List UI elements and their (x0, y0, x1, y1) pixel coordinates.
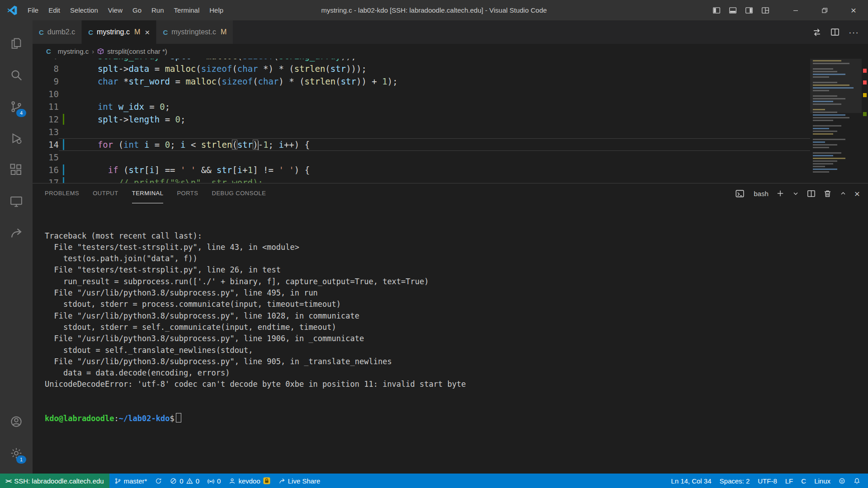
search-icon[interactable] (5, 59, 27, 91)
open-changes-icon[interactable] (812, 28, 821, 37)
tab-mystringtestc[interactable]: C mystringtest.c M (156, 20, 233, 44)
settings-gear-icon[interactable]: 1 (5, 437, 27, 469)
more-actions-icon[interactable]: ··· (849, 27, 859, 38)
menu-go[interactable]: Go (127, 0, 146, 20)
shell-name[interactable]: bash (754, 190, 769, 197)
git-branch-indicator[interactable]: master* (110, 474, 151, 488)
panel-tab-problems[interactable]: PROBLEMS (45, 183, 79, 203)
kill-terminal-icon[interactable] (823, 189, 832, 198)
code-editor[interactable]: 7 string_array *splt = malloc(sizeof(str… (33, 59, 868, 183)
close-window-button[interactable]: × (839, 0, 868, 20)
code-line[interactable]: 8 splt->data = malloc(sizeof(char *) * (… (33, 62, 810, 75)
problems-indicator[interactable]: 0 0 (166, 474, 203, 488)
menu-selection[interactable]: Selection (65, 0, 103, 20)
ports-indicator[interactable]: 0 (203, 474, 225, 488)
line-number[interactable]: 13 (33, 126, 59, 138)
maximize-panel-icon[interactable] (840, 190, 847, 197)
close-tab-icon[interactable]: × (145, 28, 150, 37)
line-content: char *str_word = malloc(sizeof(char) * (… (59, 75, 810, 88)
line-content: string_array *splt = malloc(sizeof(strin… (59, 59, 810, 62)
code-line[interactable]: 7 string_array *splt = malloc(sizeof(str… (33, 59, 810, 62)
toggle-sidebar-icon[interactable] (712, 6, 721, 14)
panel-tab-output[interactable]: OUTPUT (93, 183, 118, 203)
menu-terminal[interactable]: Terminal (169, 0, 205, 20)
tab-mystringc[interactable]: C mystring.c M × (82, 20, 156, 44)
toggle-secondary-sidebar-icon[interactable] (745, 6, 753, 14)
notifications-button[interactable] (849, 474, 864, 488)
overview-ruler-mark (863, 112, 867, 116)
sync-button[interactable] (151, 474, 166, 488)
code-line[interactable]: 11 int w_idx = 0; (33, 100, 810, 113)
line-number[interactable]: 16 (33, 164, 59, 176)
indentation-indicator[interactable]: Spaces: 2 (716, 474, 754, 488)
feedback-button[interactable] (835, 474, 849, 488)
menu-file[interactable]: File (23, 0, 43, 20)
line-number[interactable]: 14 (33, 138, 59, 151)
breadcrumb-symbol[interactable]: strsplit(const char *) (107, 47, 167, 55)
line-number[interactable]: 7 (33, 59, 59, 62)
code-line[interactable]: 14 for (int i = 0; i < strlen(str)-1; i+… (33, 138, 810, 151)
git-modified-badge: M (134, 28, 140, 36)
code-line[interactable]: 9 char *str_word = malloc(sizeof(char) *… (33, 75, 810, 88)
explorer-icon[interactable] (5, 28, 27, 59)
line-number[interactable]: 11 (33, 100, 59, 113)
code-line[interactable]: 12 splt->length = 0; (33, 113, 810, 126)
minimap-line (813, 158, 845, 159)
customize-layout-icon[interactable] (761, 6, 769, 14)
live-share-icon[interactable] (5, 217, 27, 249)
extensions-icon[interactable] (5, 154, 27, 186)
new-terminal-icon[interactable] (776, 189, 784, 197)
cursor-position[interactable]: Ln 14, Col 34 (667, 474, 715, 488)
terminal-line: File "testers/test-strsplit.py", line 43… (45, 242, 868, 253)
close-panel-icon[interactable]: × (854, 189, 860, 198)
restore-button[interactable] (810, 0, 839, 20)
code-line[interactable]: 10 (33, 88, 810, 100)
overview-ruler[interactable] (862, 59, 868, 183)
terminal-prompt[interactable]: kdo@labradoodle:~/lab02-kdo$ (45, 413, 868, 424)
line-number[interactable]: 17 (33, 176, 59, 183)
terminal[interactable]: Traceback (most recent call last): File … (33, 203, 868, 474)
account-indicator[interactable]: kevdoo (225, 474, 274, 488)
tab-dumb2c[interactable]: C dumb2.c (33, 20, 82, 44)
menu-edit[interactable]: Edit (43, 0, 65, 20)
minimap[interactable] (810, 59, 862, 183)
language-mode[interactable]: C (797, 474, 810, 488)
scm-badge: 4 (16, 109, 26, 117)
feedback-icon (839, 478, 845, 484)
split-editor-icon[interactable] (830, 28, 840, 37)
menu-run[interactable]: Run (146, 0, 169, 20)
terminal-line: File "/usr/lib/python3.8/subprocess.py",… (45, 356, 868, 367)
run-debug-icon[interactable] (5, 122, 27, 154)
live-share-button[interactable]: Live Share (274, 474, 325, 488)
remote-os-indicator[interactable]: Linux (810, 474, 835, 488)
minimap-slider[interactable] (810, 59, 862, 113)
code-line[interactable]: 16 if (str[i] == ' ' && str[i+1] != ' ')… (33, 164, 810, 176)
split-terminal-icon[interactable] (807, 189, 816, 198)
line-number[interactable]: 10 (33, 88, 59, 100)
panel-tab-terminal[interactable]: TERMINAL (132, 183, 164, 203)
accounts-icon[interactable] (5, 406, 27, 437)
terminal-dropdown-icon[interactable] (792, 190, 799, 197)
breadcrumb-file[interactable]: mystring.c (58, 47, 89, 55)
remote-indicator[interactable]: >< SSH: labradoodle.caltech.edu (0, 474, 109, 488)
menu-view[interactable]: View (103, 0, 127, 20)
menu-help[interactable]: Help (204, 0, 228, 20)
code-line[interactable]: 15 (33, 151, 810, 164)
line-content (59, 126, 810, 138)
encoding-indicator[interactable]: UTF-8 (754, 474, 781, 488)
terminal-line: run_result = subprocess.run(['./' + bina… (45, 276, 868, 287)
toggle-panel-icon[interactable] (729, 6, 737, 14)
line-number[interactable]: 12 (33, 113, 59, 126)
panel-tab-ports[interactable]: PORTS (177, 183, 198, 203)
code-line[interactable]: 13 (33, 126, 810, 138)
line-number[interactable]: 9 (33, 75, 59, 88)
line-number[interactable]: 15 (33, 151, 59, 164)
line-number[interactable]: 8 (33, 62, 59, 75)
remote-explorer-icon[interactable] (5, 186, 27, 217)
code-line[interactable]: 17 // printf("%s\n", str_word); (33, 176, 810, 183)
eol-indicator[interactable]: LF (781, 474, 797, 488)
source-control-icon[interactable]: 4 (5, 91, 27, 122)
branch-label: master* (124, 477, 147, 485)
minimize-button[interactable] (781, 0, 810, 20)
panel-tab-debug-console[interactable]: DEBUG CONSOLE (212, 183, 266, 203)
